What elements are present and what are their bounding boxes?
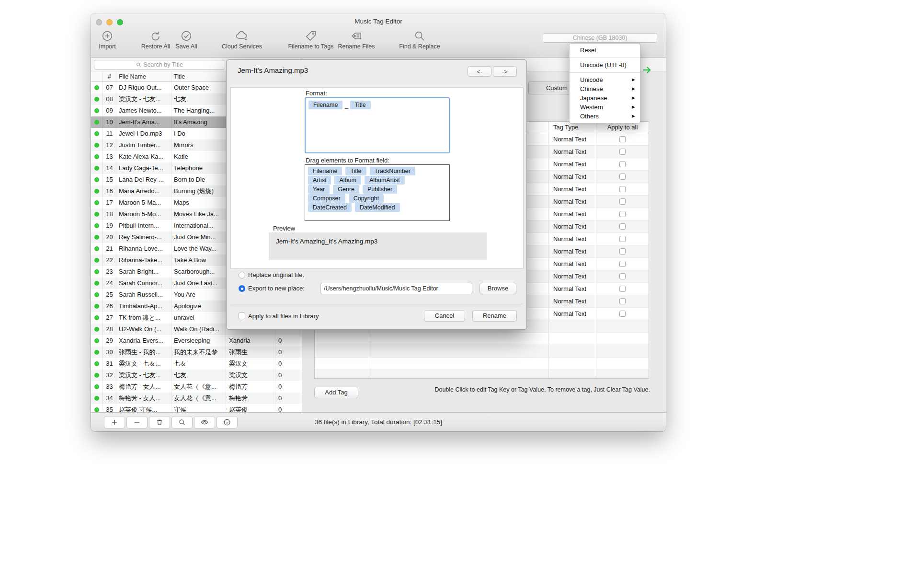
apply-to-all-checkbox[interactable] [619,311,626,317]
next-file-button[interactable]: -> [493,66,517,77]
tag-row-empty[interactable] [315,370,649,379]
replace-original-radio[interactable] [239,272,245,278]
element-token-copyright[interactable]: Copyright [349,194,384,203]
format-field[interactable]: Filename_Title [305,97,450,153]
apply-to-all-checkbox[interactable] [619,149,626,155]
status-dot-cell [91,393,103,404]
library-row[interactable]: 34梅艳芳 - 女人...女人花（《意...梅艳芳0 [91,393,302,404]
green-status-dot-icon [94,384,99,389]
delete-file-button[interactable] [149,416,170,428]
apply-to-all-checkbox[interactable] [619,173,626,180]
info-button[interactable] [217,416,238,428]
find-replace-button[interactable]: Find & Replace [388,30,451,50]
status-column-header[interactable] [91,71,103,81]
apply-to-all-checkbox[interactable] [619,136,626,142]
previous-file-button[interactable]: <- [468,66,491,77]
apply-to-all-checkbox[interactable] [619,298,626,304]
library-row[interactable]: 35赵英俊-守候...守候赵英俊0 [91,404,302,412]
tag-key-cell [315,358,369,370]
convert-encoding-button[interactable] [640,64,654,76]
file-name-column-header[interactable]: File Name [116,71,171,81]
menu-item-unicode[interactable]: Unicode▶ [570,75,640,84]
element-token-artist[interactable]: Artist [308,176,331,185]
element-token-composer[interactable]: Composer [308,194,345,203]
element-token-datecreated[interactable]: DateCreated [308,203,352,212]
element-token-year[interactable]: Year [308,185,330,194]
tag-key-cell [315,333,369,345]
encoding-field[interactable]: Chinese (GB 18030) [543,33,657,43]
apply-to-all-checkbox[interactable] [619,161,626,167]
apply-to-all-cell [596,183,649,195]
element-token-albumartist[interactable]: AlbumArtist [365,176,405,185]
menu-item-western[interactable]: Western▶ [570,103,640,112]
apply-to-all-cell [596,333,649,345]
apply-to-all-checkbox[interactable] [619,286,626,292]
green-status-dot-icon [94,200,99,205]
green-status-dot-icon [94,396,99,401]
menu-item-unicode-utf-8[interactable]: Unicode (UTF-8) [570,60,640,70]
title-cell: Telephone [171,162,226,174]
apply-all-files-checkbox[interactable] [239,312,245,319]
library-row[interactable]: 29Xandria-Evers...EversleepingXandria0 [91,335,302,347]
element-token-tracknumber[interactable]: TrackNumber [370,167,415,175]
row-number-cell: 13 [103,151,116,162]
apply-to-all-checkbox[interactable] [619,261,626,267]
title-cell: Just One Min... [171,231,226,243]
library-row[interactable]: 32梁汉文 - 七友...七友梁汉文0 [91,370,302,381]
apply-to-all-checkbox[interactable] [619,211,626,217]
save-all-button[interactable]: Save All [155,30,217,50]
green-status-dot-icon [94,361,99,366]
add-file-button[interactable] [104,416,125,428]
cloud-services-button[interactable]: Cloud Services [211,30,273,50]
library-row[interactable]: 31梁汉文 - 七友...七友梁汉文0 [91,358,302,370]
cancel-button[interactable]: Cancel [424,310,465,322]
element-token-filename[interactable]: Filename [308,167,342,175]
artist-cell: 梁汉文 [226,358,275,370]
title-cell: Born to Die [171,174,226,185]
menu-item-others[interactable]: Others▶ [570,112,640,121]
cloud-icon [235,30,249,42]
file-name-cell: Sarah Russell... [116,289,171,301]
tag-row-empty[interactable] [315,345,649,358]
tag-icon [305,30,317,42]
tag-row-empty[interactable] [315,358,649,370]
apply-to-all-checkbox[interactable] [619,198,626,205]
apply-to-all-checkbox[interactable] [619,223,626,230]
submenu-arrow-icon: ▶ [632,112,635,121]
apply-to-all-checkbox[interactable] [619,273,626,279]
menu-item-chinese[interactable]: Chinese▶ [570,84,640,93]
format-token[interactable]: Title [350,101,371,109]
preview-button[interactable] [194,416,215,428]
menu-item-japanese[interactable]: Japanese▶ [570,93,640,103]
library-row[interactable]: 30张雨生 - 我的...我的未来不是梦张雨生0 [91,347,302,358]
status-dot-cell [91,254,103,266]
search-input[interactable]: Search by Title [94,60,225,69]
tag-row-empty[interactable] [315,333,649,345]
apply-to-all-checkbox[interactable] [619,236,626,242]
menu-item-reset[interactable]: Reset [570,46,640,55]
title-column-header[interactable]: Title [171,71,226,81]
rename-files-button[interactable]: Rename Files [325,30,388,50]
dialog-title: Jem-It's Amazing.mp3 [238,66,308,74]
element-token-publisher[interactable]: Publisher [363,185,397,194]
library-row[interactable]: 33梅艳芳 - 女人...女人花（《意...梅艳芳0 [91,381,302,393]
title-cell: Walk On (Radi... [171,324,226,335]
num-column-header[interactable]: # [103,71,116,81]
apply-to-all-cell [596,345,649,357]
browse-button[interactable]: Browse [479,283,516,294]
track-cell: 0 [275,393,302,404]
apply-to-all-checkbox[interactable] [619,248,626,254]
remove-file-button[interactable] [126,416,148,428]
rename-button[interactable]: Rename [472,310,517,322]
search-files-button[interactable] [171,416,193,428]
element-token-genre[interactable]: Genre [333,185,359,194]
element-token-album[interactable]: Album [334,176,361,185]
apply-to-all-checkbox[interactable] [619,186,626,192]
menu-item-label: Unicode [580,75,603,84]
export-path-input[interactable] [320,283,472,294]
element-token-title[interactable]: Title [345,167,366,175]
format-token[interactable]: Filename [308,101,342,109]
element-token-datemodified[interactable]: DateModified [355,203,400,212]
export-new-place-radio[interactable] [239,285,245,292]
add-tag-button[interactable]: Add Tag [314,387,358,398]
